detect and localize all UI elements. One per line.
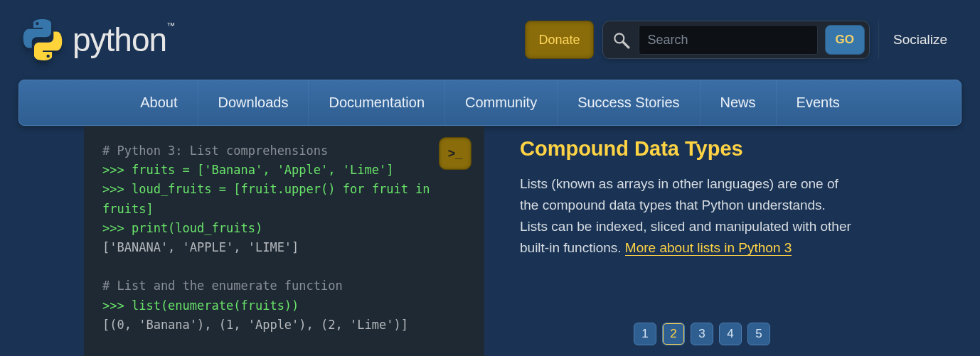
pager-4[interactable]: 4 bbox=[719, 323, 742, 345]
launch-shell-button[interactable]: >_ bbox=[439, 137, 472, 170]
socialize-menu[interactable]: Socialize bbox=[878, 21, 962, 59]
prompt-icon: >_ bbox=[448, 146, 463, 161]
code-sample: # Python 3: List comprehensions >>> frui… bbox=[102, 141, 466, 335]
search-icon bbox=[610, 31, 632, 49]
search-input[interactable] bbox=[639, 25, 818, 55]
code-panel: >_ # Python 3: List comprehensions >>> f… bbox=[84, 126, 484, 356]
code-line: >>> list(enumerate(fruits)) bbox=[102, 298, 299, 313]
nav-about[interactable]: About bbox=[120, 80, 197, 125]
code-line: >>> loud_fruits = [fruit.upper() for fru… bbox=[102, 182, 437, 215]
code-line: >>> fruits = ['Banana', 'Apple', 'Lime'] bbox=[102, 163, 393, 177]
hero-row: >_ # Python 3: List comprehensions >>> f… bbox=[0, 126, 980, 356]
info-body: Lists (known as arrays in other language… bbox=[520, 173, 854, 259]
nav-community[interactable]: Community bbox=[444, 80, 557, 125]
python-logo-icon bbox=[21, 18, 64, 61]
pager-2[interactable]: 2 bbox=[662, 323, 685, 345]
main-nav: About Downloads Documentation Community … bbox=[18, 80, 962, 126]
donate-button[interactable]: Donate bbox=[525, 21, 593, 59]
pager-3[interactable]: 3 bbox=[691, 323, 713, 345]
logo-text: python™ bbox=[73, 21, 174, 59]
pager: 1 2 3 4 5 bbox=[634, 323, 770, 345]
top-actions: Donate GO Socialize bbox=[525, 21, 962, 59]
code-line: >>> print(loud_fruits) bbox=[102, 221, 262, 235]
top-bar: python™ Donate GO Socialize bbox=[0, 0, 980, 80]
pager-5[interactable]: 5 bbox=[747, 323, 770, 345]
code-comment: # Python 3: List comprehensions bbox=[102, 144, 328, 158]
info-panel: Compound Data Types Lists (known as arra… bbox=[520, 126, 962, 356]
code-output: [(0, 'Banana'), (1, 'Apple'), (2, 'Lime'… bbox=[102, 318, 408, 332]
socialize-label: Socialize bbox=[893, 32, 947, 48]
nav-success-stories[interactable]: Success Stories bbox=[557, 80, 699, 125]
svg-line-1 bbox=[623, 42, 629, 48]
nav-news[interactable]: News bbox=[700, 80, 776, 125]
nav-downloads[interactable]: Downloads bbox=[198, 80, 309, 125]
code-comment: # List and the enumerate function bbox=[102, 279, 343, 293]
info-link[interactable]: More about lists in Python 3 bbox=[625, 240, 792, 256]
logo[interactable]: python™ bbox=[21, 18, 174, 61]
nav-documentation[interactable]: Documentation bbox=[308, 80, 444, 125]
info-title: Compound Data Types bbox=[520, 137, 962, 161]
search-go-button[interactable]: GO bbox=[825, 25, 865, 55]
search-form: GO bbox=[602, 21, 870, 59]
nav-events[interactable]: Events bbox=[776, 80, 860, 125]
pager-1[interactable]: 1 bbox=[634, 323, 656, 345]
code-output: ['BANANA', 'APPLE', 'LIME'] bbox=[102, 240, 299, 254]
